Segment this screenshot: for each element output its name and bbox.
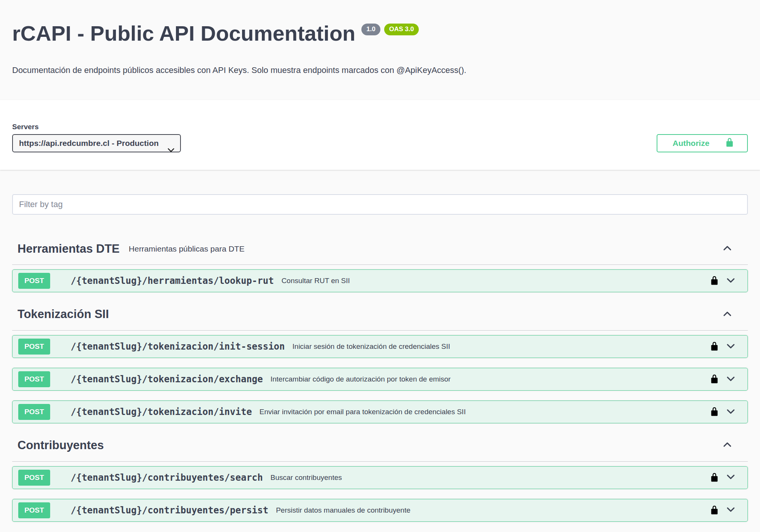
method-badge: POST bbox=[18, 470, 50, 486]
section-title: Contribuyentes bbox=[17, 439, 104, 452]
oas-badge: OAS 3.0 bbox=[384, 24, 419, 35]
endpoint-auth-button[interactable] bbox=[710, 341, 719, 352]
section-header[interactable]: Contribuyentes bbox=[12, 428, 748, 462]
section-title: Herramientas DTE bbox=[17, 242, 120, 256]
endpoint-auth-button[interactable] bbox=[710, 505, 719, 516]
method-badge: POST bbox=[18, 371, 50, 387]
endpoint-path: /{tenantSlug}/contribuyentes/search bbox=[71, 472, 263, 483]
scheme-container: Servers https://api.redcumbre.cl - Produ… bbox=[0, 100, 760, 170]
lock-icon bbox=[710, 472, 719, 483]
servers-block: Servers https://api.redcumbre.cl - Produ… bbox=[12, 123, 181, 152]
expand-endpoint-button[interactable] bbox=[725, 406, 736, 418]
filter-input[interactable] bbox=[12, 194, 748, 215]
lock-icon bbox=[710, 341, 719, 352]
chevron-down-icon bbox=[725, 406, 736, 418]
endpoint-path: /{tenantSlug}/contribuyentes/persist bbox=[71, 505, 268, 516]
authorize-button[interactable]: Authorize bbox=[657, 134, 748, 152]
endpoint-summary: Buscar contribuyentes bbox=[271, 473, 342, 482]
endpoint-auth-button[interactable] bbox=[710, 275, 719, 287]
endpoint-list: POST /{tenantSlug}/tokenizacion/init-ses… bbox=[12, 335, 748, 423]
endpoint-summary-bar[interactable]: POST /{tenantSlug}/tokenizacion/exchange… bbox=[13, 371, 747, 387]
endpoint-auth-button[interactable] bbox=[710, 472, 719, 483]
method-badge: POST bbox=[18, 273, 50, 289]
section-description: Herramientas públicas para DTE bbox=[129, 244, 245, 253]
endpoint-summary-bar[interactable]: POST /{tenantSlug}/herramientas/lookup-r… bbox=[13, 273, 747, 289]
endpoint-row[interactable]: POST /{tenantSlug}/contribuyentes/persis… bbox=[12, 499, 748, 522]
endpoint-summary: Intercambiar código de autorización por … bbox=[271, 375, 451, 383]
endpoint-row[interactable]: POST /{tenantSlug}/tokenizacion/exchange… bbox=[12, 368, 748, 391]
chevron-down-icon bbox=[725, 374, 736, 385]
endpoint-path: /{tenantSlug}/herramientas/lookup-rut bbox=[71, 276, 274, 286]
endpoint-list: POST /{tenantSlug}/contribuyentes/search… bbox=[12, 466, 748, 522]
api-tag-section: Contribuyentes POST /{tenantSlug}/contri… bbox=[12, 428, 748, 522]
section-header[interactable]: Herramientas DTE Herramientas públicas p… bbox=[12, 231, 748, 265]
endpoint-row[interactable]: POST /{tenantSlug}/tokenizacion/init-ses… bbox=[12, 335, 748, 358]
filter-section bbox=[0, 170, 760, 227]
endpoint-summary-bar[interactable]: POST /{tenantSlug}/contribuyentes/persis… bbox=[13, 502, 747, 518]
endpoint-summary: Iniciar sesión de tokenización de creden… bbox=[293, 342, 450, 351]
servers-select[interactable]: https://api.redcumbre.cl - Production bbox=[12, 134, 181, 152]
endpoint-summary: Persistir datos manuales de contribuyent… bbox=[276, 506, 410, 515]
lock-icon bbox=[710, 275, 719, 287]
endpoint-path: /{tenantSlug}/tokenizacion/invite bbox=[71, 407, 252, 417]
lock-icon bbox=[710, 505, 719, 516]
endpoint-row[interactable]: POST /{tenantSlug}/tokenizacion/invite E… bbox=[12, 401, 748, 423]
page-title: rCAPI - Public API Documentation bbox=[12, 21, 355, 46]
version-badge: 1.0 bbox=[361, 24, 380, 35]
api-tag-section: Herramientas DTE Herramientas públicas p… bbox=[12, 231, 748, 293]
expand-endpoint-button[interactable] bbox=[725, 275, 736, 287]
lock-icon bbox=[725, 137, 734, 149]
api-description: Documentación de endpoints públicos acce… bbox=[12, 65, 748, 75]
expand-endpoint-button[interactable] bbox=[725, 374, 736, 385]
chevron-down-icon bbox=[725, 504, 736, 516]
api-tag-section: Tokenización SII POST /{tenantSlug}/toke… bbox=[12, 297, 748, 423]
method-badge: POST bbox=[18, 502, 50, 518]
api-sections: Herramientas DTE Herramientas públicas p… bbox=[0, 231, 760, 522]
lock-icon bbox=[710, 406, 719, 418]
method-badge: POST bbox=[18, 339, 50, 355]
servers-label: Servers bbox=[12, 123, 181, 131]
chevron-down-icon bbox=[725, 472, 736, 483]
chevron-down-icon bbox=[725, 341, 736, 353]
endpoint-summary-bar[interactable]: POST /{tenantSlug}/tokenizacion/init-ses… bbox=[13, 339, 747, 355]
endpoint-summary: Enviar invitación por email para tokeniz… bbox=[260, 408, 466, 416]
expand-endpoint-button[interactable] bbox=[725, 341, 736, 353]
endpoint-auth-button[interactable] bbox=[710, 374, 719, 385]
chevron-up-icon bbox=[722, 309, 733, 320]
collapse-section-button[interactable] bbox=[722, 243, 733, 255]
endpoint-summary: Consultar RUT en SII bbox=[282, 277, 350, 285]
chevron-up-icon bbox=[722, 243, 733, 255]
authorize-label: Authorize bbox=[673, 139, 709, 148]
collapse-section-button[interactable] bbox=[722, 439, 733, 451]
expand-endpoint-button[interactable] bbox=[725, 472, 736, 483]
endpoint-path: /{tenantSlug}/tokenizacion/exchange bbox=[71, 374, 263, 385]
endpoint-auth-button[interactable] bbox=[710, 406, 719, 418]
expand-endpoint-button[interactable] bbox=[725, 504, 736, 516]
lock-icon bbox=[710, 374, 719, 385]
api-info: rCAPI - Public API Documentation 1.0 OAS… bbox=[0, 0, 760, 76]
endpoint-summary-bar[interactable]: POST /{tenantSlug}/tokenizacion/invite E… bbox=[13, 404, 747, 420]
section-title: Tokenización SII bbox=[17, 307, 109, 321]
endpoint-row[interactable]: POST /{tenantSlug}/herramientas/lookup-r… bbox=[12, 269, 748, 292]
endpoint-row[interactable]: POST /{tenantSlug}/contribuyentes/search… bbox=[12, 466, 748, 489]
section-header[interactable]: Tokenización SII bbox=[12, 297, 748, 331]
collapse-section-button[interactable] bbox=[722, 309, 733, 320]
endpoint-list: POST /{tenantSlug}/herramientas/lookup-r… bbox=[12, 269, 748, 292]
endpoint-summary-bar[interactable]: POST /{tenantSlug}/contribuyentes/search… bbox=[13, 470, 747, 486]
endpoint-path: /{tenantSlug}/tokenizacion/init-session bbox=[71, 341, 285, 352]
chevron-down-icon bbox=[725, 275, 736, 287]
chevron-up-icon bbox=[722, 439, 733, 451]
method-badge: POST bbox=[18, 404, 50, 420]
